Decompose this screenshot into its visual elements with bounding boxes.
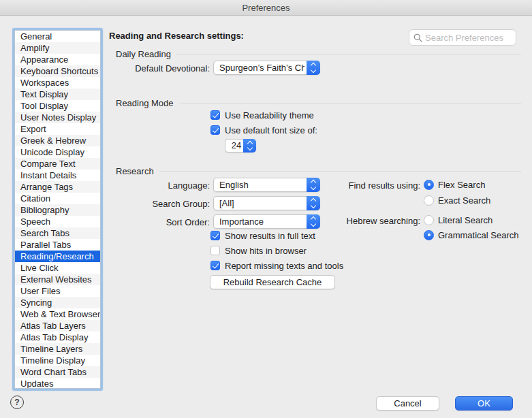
preferences-window: { "window": { "title": "Preferences" }, … <box>0 0 532 418</box>
use-readability-checkbox-row[interactable]: Use Readability theme <box>210 110 314 120</box>
sidebar-item-general[interactable]: General <box>15 31 100 42</box>
literal-search-radio-row[interactable]: Literal Search <box>424 214 492 225</box>
section-reading-mode: Reading Mode <box>116 97 521 108</box>
chevron-up-down-icon <box>307 214 320 229</box>
sidebar-item-citation[interactable]: Citation <box>15 193 100 204</box>
sidebar-item-live-click[interactable]: Live Click <box>15 262 100 274</box>
section-title: Reading Mode <box>116 98 174 108</box>
sidebar-item-external-websites[interactable]: External Websites <box>15 274 100 285</box>
sidebar-item-timeline-display[interactable]: Timeline Display <box>15 355 100 366</box>
exact-search-radio-row[interactable]: Exact Search <box>424 195 490 206</box>
sidebar-item-arrange-tags[interactable]: Arrange Tags <box>15 181 100 193</box>
sidebar-item-compare-text[interactable]: Compare Text <box>15 158 100 170</box>
section-research: Research <box>116 165 521 176</box>
checkbox[interactable] <box>210 110 220 120</box>
find-results-label: Find results using: <box>320 180 420 191</box>
sidebar-item-reading-research[interactable]: Reading/Research <box>15 251 100 262</box>
sidebar-item-greek-hebrew[interactable]: Greek & Hebrew <box>15 135 100 146</box>
cancel-button[interactable]: Cancel <box>376 396 439 411</box>
radio-button[interactable] <box>424 230 434 240</box>
sidebar-item-parallel-tabs[interactable]: Parallel Tabs <box>15 239 100 251</box>
search-preferences-field[interactable] <box>409 29 516 46</box>
show-results-checkbox-row[interactable]: Show results in full text <box>210 230 315 241</box>
radio-label: Literal Search <box>438 215 492 225</box>
search-input[interactable] <box>425 33 505 43</box>
search-group-popup[interactable]: [All] <box>213 196 320 210</box>
window-titlebar: Preferences <box>0 0 532 16</box>
sidebar-item-user-files[interactable]: User Files <box>15 285 100 297</box>
default-devotional-popup[interactable]: Spurgeon’s Faith’s Chec... <box>213 61 320 75</box>
show-hits-checkbox-row[interactable]: Show hits in browser <box>210 245 307 256</box>
report-missing-checkbox-row[interactable]: Report missing texts and tools <box>210 260 343 271</box>
sidebar-item-syncing[interactable]: Syncing <box>15 297 100 308</box>
checkbox[interactable] <box>210 246 220 255</box>
stepper-value: 24 <box>231 140 242 152</box>
section-title: Daily Reading <box>116 49 171 59</box>
grammatical-search-radio-row[interactable]: Grammatical Search <box>424 229 518 240</box>
radio-label: Exact Search <box>438 195 490 206</box>
checkbox-label: Report missing texts and tools <box>225 261 343 271</box>
checkbox-label: Use default font size of: <box>225 125 317 135</box>
search-icon <box>413 33 422 42</box>
radio-button[interactable] <box>424 180 434 190</box>
search-group-label: Search Group: <box>109 199 210 209</box>
checkbox[interactable] <box>210 261 220 270</box>
radio-label: Flex Search <box>438 180 485 190</box>
use-default-font-checkbox-row[interactable]: Use default font size of: <box>210 125 317 135</box>
radio-button[interactable] <box>424 195 434 206</box>
default-devotional-label: Default Devotional: <box>109 63 210 74</box>
radio-label: Grammatical Search <box>438 230 518 240</box>
hebrew-searching-label: Hebrew searching: <box>320 216 420 226</box>
sidebar-item-atlas-tab-layers[interactable]: Atlas Tab Layers <box>15 320 100 332</box>
sidebar-item-search-tabs[interactable]: Search Tabs <box>15 227 100 239</box>
language-popup[interactable]: English <box>213 178 320 192</box>
sidebar-item-timeline-layers[interactable]: Timeline Layers <box>15 343 100 355</box>
rebuild-research-cache-button[interactable]: Rebuild Research Cache <box>210 275 335 289</box>
sidebar-item-web-text-browser[interactable]: Web & Text Browser <box>15 308 100 320</box>
radio-button[interactable] <box>424 215 434 225</box>
section-daily-reading: Daily Reading <box>116 48 521 59</box>
sidebar-item-user-notes-display[interactable]: User Notes Display <box>15 112 100 123</box>
section-divider <box>159 171 521 172</box>
checkbox[interactable] <box>210 231 220 240</box>
font-size-stepper[interactable]: 24 <box>225 139 256 152</box>
chevron-up-down-icon <box>307 196 320 210</box>
sidebar-item-updates[interactable]: Updates <box>15 378 100 389</box>
sidebar-item-appearance[interactable]: Appearance <box>15 54 100 65</box>
sidebar-item-atlas-tab-display[interactable]: Atlas Tab Display <box>15 332 100 343</box>
sidebar-item-amplify[interactable]: Amplify <box>15 42 100 54</box>
sidebar-item-export[interactable]: Export <box>15 123 100 135</box>
checkbox-label: Show results in full text <box>225 231 315 241</box>
sidebar-item-word-chart-tabs[interactable]: Word Chart Tabs <box>15 366 100 378</box>
sidebar-item-unicode-display[interactable]: Unicode Display <box>15 146 100 158</box>
sidebar-list[interactable]: GeneralAmplifyAppearanceKeyboard Shortcu… <box>14 30 101 389</box>
help-button[interactable]: ? <box>10 396 24 409</box>
section-divider <box>176 54 521 54</box>
sidebar-item-workspaces[interactable]: Workspaces <box>15 77 100 89</box>
section-title: Research <box>116 166 154 176</box>
preferences-sidebar: GeneralAmplifyAppearanceKeyboard Shortcu… <box>12 28 103 391</box>
sidebar-item-keyboard-shortcuts[interactable]: Keyboard Shortcuts <box>15 65 100 77</box>
checkbox-label: Use Readability theme <box>225 110 314 120</box>
chevron-up-down-icon <box>243 139 256 152</box>
sidebar-item-bibliography[interactable]: Bibliography <box>15 204 100 216</box>
sidebar-item-speech[interactable]: Speech <box>15 216 100 227</box>
checkbox-label: Show hits in browser <box>225 246 307 256</box>
sidebar-item-text-display[interactable]: Text Display <box>15 89 100 100</box>
sidebar-item-tool-display[interactable]: Tool Display <box>15 100 100 112</box>
page-title: Reading and Research settings: <box>109 31 244 41</box>
window-title: Preferences <box>242 3 290 13</box>
section-divider <box>179 103 521 103</box>
popup-value: Importance <box>219 215 304 228</box>
popup-value: Spurgeon’s Faith’s Chec... <box>219 61 304 74</box>
ok-button[interactable]: OK <box>455 396 513 411</box>
language-label: Language: <box>109 180 210 191</box>
popup-value: English <box>219 178 304 191</box>
sort-order-label: Sort Order: <box>109 217 210 227</box>
chevron-up-down-icon <box>307 61 320 75</box>
sort-order-popup[interactable]: Importance <box>213 214 320 229</box>
flex-search-radio-row[interactable]: Flex Search <box>424 179 485 190</box>
checkbox[interactable] <box>210 125 220 135</box>
sidebar-item-instant-details[interactable]: Instant Details <box>15 170 100 181</box>
popup-value: [All] <box>219 197 304 210</box>
